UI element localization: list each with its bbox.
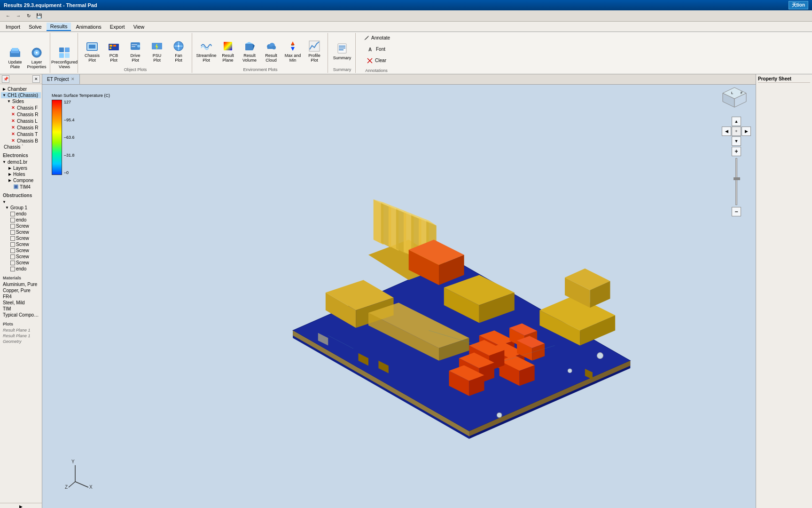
expand-holes[interactable]: ▶	[8, 172, 12, 177]
screw4-checkbox[interactable]	[10, 242, 15, 247]
result-cloud-label: ResultCloud	[265, 54, 277, 63]
screw3-checkbox[interactable]	[10, 236, 15, 241]
tree-item-chassis-r1[interactable]: ✕ Chassis R	[1, 111, 41, 118]
menu-view[interactable]: View	[130, 23, 148, 31]
tree-item-sides[interactable]: ▼ Sides	[1, 98, 41, 104]
tree-item-endo2[interactable]: endo	[1, 217, 41, 223]
svg-rect-6	[59, 48, 64, 52]
zoom-in-button[interactable]: +	[732, 147, 741, 156]
screw1-checkbox[interactable]	[10, 224, 15, 229]
chassis-plot-button[interactable]: ChassisPlot	[82, 37, 102, 65]
tree-item-group1[interactable]: ▼ Group 1	[1, 205, 41, 211]
pan-right-button[interactable]: ▶	[742, 127, 751, 136]
result-cloud-button[interactable]: ResultCloud	[261, 37, 281, 65]
pan-center-button[interactable]: +	[732, 127, 741, 136]
tree-item-screw2[interactable]: Screw	[1, 229, 41, 235]
max-min-icon: M	[286, 40, 299, 53]
panel-scroll-right[interactable]: ▶	[0, 503, 42, 508]
tree-item-chassis-tick[interactable]: Chassis `	[1, 144, 41, 150]
viewport[interactable]: ET Project ✕ Mean Surface Temperature (C…	[42, 74, 756, 508]
pan-up-button[interactable]: ▲	[732, 117, 741, 126]
screw7-checkbox[interactable]	[10, 261, 15, 265]
drive-plot-button[interactable]: DrivePlot	[125, 37, 146, 65]
result-volume-button[interactable]: ResultVolume	[239, 37, 260, 65]
annotate-button[interactable]: Annotate	[360, 33, 392, 43]
menu-export[interactable]: Export	[106, 23, 129, 31]
menu-import[interactable]: Import	[2, 23, 24, 31]
tab-et-project-close[interactable]: ✕	[71, 77, 75, 81]
expand-chassis-ch1[interactable]: ▼	[2, 93, 7, 98]
undo-button[interactable]: ↻	[24, 12, 33, 20]
menu-animations[interactable]: Animations	[72, 23, 105, 31]
expand-demo-br[interactable]: ▼	[2, 160, 7, 165]
screw2-checkbox[interactable]	[10, 230, 15, 235]
tree-item-chassis-t[interactable]: ✕ Chassis T	[1, 131, 41, 137]
tree-item-screw7[interactable]: Screw	[1, 260, 41, 266]
max-min-button[interactable]: M Max andMin	[282, 37, 303, 65]
tree-item-chassis-b[interactable]: ✕ Chassis B	[1, 137, 41, 144]
tree-item-layers[interactable]: ▶ Layers	[1, 165, 41, 171]
tree-item-screw1[interactable]: Screw	[1, 223, 41, 229]
result-plane-button[interactable]: ResultPlane	[218, 37, 238, 65]
svg-rect-2	[12, 48, 18, 51]
tree-item-obstructions-root[interactable]: ▼	[1, 199, 41, 205]
tree-item-screw6[interactable]: Screw	[1, 254, 41, 260]
pan-down-button[interactable]: ▼	[732, 136, 741, 146]
screw2-label: Screw	[16, 230, 29, 235]
menu-results[interactable]: Results	[47, 23, 71, 31]
panel-pin-button[interactable]: 📌	[2, 75, 9, 83]
profile-plot-button[interactable]: ProfilePlot	[304, 37, 325, 65]
psu-plot-button[interactable]: PSUPlot	[147, 37, 167, 65]
tree-item-chassis-f[interactable]: ✕ Chassis F	[1, 104, 41, 111]
tree-item-chassis-ch1[interactable]: ▼ CH1 (Chassis)	[1, 92, 41, 98]
expand-layers[interactable]: ▶	[8, 166, 12, 171]
tab-et-project[interactable]: ET Project ✕	[42, 74, 80, 84]
panel-close-button[interactable]: ✕	[32, 75, 40, 83]
tree-item-screw4[interactable]: Screw	[1, 241, 41, 247]
pcb-plot-button[interactable]: PCBPlot	[103, 37, 124, 65]
endo1-checkbox[interactable]	[10, 212, 15, 216]
expand-components[interactable]: ▶	[8, 178, 12, 183]
tree-item-components[interactable]: ▶ Compone	[1, 177, 41, 183]
tree-item-chassis-l[interactable]: ✕ Chassis L	[1, 118, 41, 124]
tree-item-screw5[interactable]: Screw	[1, 247, 41, 254]
screw5-checkbox[interactable]	[10, 248, 15, 253]
tree-item-chassis-r2[interactable]: ✕ Chassis R	[1, 124, 41, 131]
expand-group1[interactable]: ▼	[5, 206, 9, 210]
pan-left-button[interactable]: ◀	[722, 127, 731, 136]
expand-sides[interactable]: ▼	[7, 99, 11, 104]
screw6-checkbox[interactable]	[10, 254, 15, 259]
summary-button[interactable]: Summary	[332, 37, 352, 65]
chassis-f-label: Chassis F	[17, 105, 38, 111]
clear-annotations-button[interactable]: Clear	[364, 56, 389, 65]
expand-obstructions[interactable]: ▼	[2, 199, 7, 204]
menu-solve[interactable]: Solve	[25, 23, 46, 31]
tree-item-screw3[interactable]: Screw	[1, 235, 41, 241]
layer-properties-button[interactable]: LayerProperties	[26, 44, 47, 72]
zoom-slider[interactable]	[735, 158, 737, 205]
svg-rect-25	[245, 44, 253, 50]
tree-item-chamber[interactable]: ▶ Chamber	[1, 86, 41, 92]
3d-scene[interactable]	[80, 88, 727, 482]
tree-item-tim4[interactable]: TIM4	[1, 183, 41, 190]
zoom-out-button[interactable]: −	[732, 207, 741, 216]
endo2-checkbox[interactable]	[10, 218, 15, 222]
tree-item-holes[interactable]: ▶ Holes	[1, 171, 41, 177]
font-button[interactable]: A Font	[365, 45, 388, 54]
back-button[interactable]: ←	[4, 12, 12, 20]
expand-chamber[interactable]: ▶	[2, 87, 7, 92]
update-plate-button[interactable]: UpdatePlate	[5, 44, 25, 72]
forward-button[interactable]: →	[14, 12, 23, 20]
preconfigured-views-button[interactable]: PreconfiguredViews	[54, 44, 75, 72]
nav-cube[interactable]: L F	[718, 79, 751, 112]
toolbar-buttons-general: UpdatePlate LayerProperties	[5, 44, 47, 72]
tree-item-endo3[interactable]: endo	[1, 266, 41, 272]
endo3-checkbox[interactable]	[10, 267, 15, 271]
fan-plot-button[interactable]: FanPlot	[168, 37, 189, 65]
chassis-r1-vis-icon: ✕	[10, 111, 16, 117]
tree-item-demo-br[interactable]: ▼ demo1.br	[1, 159, 41, 165]
save-button[interactable]: 💾	[35, 12, 43, 20]
tree-item-endo1[interactable]: endo	[1, 211, 41, 217]
streamline-plot-button[interactable]: StreamlinePlot	[196, 37, 217, 65]
svg-marker-26	[245, 42, 253, 44]
